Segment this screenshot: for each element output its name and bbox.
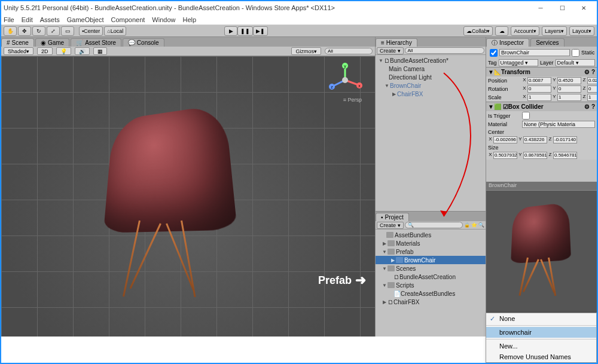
menu-gameobject[interactable]: GameObject xyxy=(67,16,104,23)
collab-dropdown[interactable]: ☁ Collab ▾ xyxy=(463,26,493,36)
pause-button[interactable]: ❚❚ xyxy=(237,26,253,36)
tag-dropdown[interactable]: Untagged ▾ xyxy=(499,59,538,66)
proj-scripts[interactable]: ▼Scripts xyxy=(376,281,486,289)
position-label: Position xyxy=(488,78,520,84)
hierarchy-maincamera[interactable]: Main Camera xyxy=(376,65,486,73)
tab-project[interactable]: ▪ Project xyxy=(376,213,409,221)
shading-mode[interactable]: Shaded ▾ xyxy=(4,47,33,55)
preview-chair xyxy=(510,203,570,262)
istrigger-check[interactable] xyxy=(522,112,530,120)
static-checkbox[interactable] xyxy=(572,49,579,57)
proj-brownchair-prefab[interactable]: ▶BrownChair xyxy=(376,256,486,264)
menu-assets[interactable]: Assets xyxy=(40,16,60,23)
menu-remove-unused[interactable]: Remove Unused Names xyxy=(486,351,596,362)
menu-component[interactable]: Component xyxy=(111,16,145,23)
scene-tabstrip: # Scene ◉ Game 🛒 Asset Store 💬 Console xyxy=(1,37,375,47)
transform-header[interactable]: ▼📐 Transform⚙ ? xyxy=(486,68,597,77)
cloud-button[interactable]: ☁ xyxy=(495,26,508,36)
maximize-button[interactable]: ☐ xyxy=(551,1,573,14)
preview-title: BrownChair xyxy=(486,182,597,190)
physmat-field[interactable]: None (Physic Materia xyxy=(522,121,595,128)
scene-search[interactable]: All xyxy=(325,48,373,54)
tool-move[interactable]: ✥ xyxy=(18,26,31,36)
proj-chairfbx[interactable]: ▶🗋 ChairFBX xyxy=(376,298,486,306)
account-dropdown[interactable]: Account ▾ xyxy=(511,26,539,36)
light-toggle[interactable]: 💡 xyxy=(56,47,71,55)
orientation-gizmo[interactable]: y x z xyxy=(327,62,363,98)
hierarchy-scene-row[interactable]: ▼🗋 BundleAssetCreation* xyxy=(376,56,486,65)
tool-hand[interactable]: ✋ xyxy=(4,26,17,36)
proj-materials[interactable]: ▶Materials xyxy=(376,239,486,247)
menu-brownchair[interactable]: brownchair xyxy=(486,327,596,338)
ctr-y[interactable]: 0.438226 xyxy=(523,136,547,143)
tool-rotate[interactable]: ↻ xyxy=(32,26,45,36)
tab-scene[interactable]: # Scene xyxy=(1,38,34,47)
close-button[interactable]: ✕ xyxy=(573,1,594,14)
gameobject-active[interactable] xyxy=(490,49,498,57)
ctr-z[interactable]: -0.017140 xyxy=(553,136,577,143)
rot-y[interactable]: 0 xyxy=(557,85,581,93)
tool-scale[interactable]: ⤢ xyxy=(47,26,60,36)
tool-rect[interactable]: ▭ xyxy=(61,26,74,36)
proj-assetbundles[interactable]: AssetBundles xyxy=(376,231,486,239)
2d-toggle[interactable]: 2D xyxy=(37,47,53,55)
menu-edit[interactable]: Edit xyxy=(22,16,33,23)
tab-game[interactable]: ◉ Game xyxy=(35,38,69,47)
hierarchy-chairfbx[interactable]: ▶ChairFBX xyxy=(376,90,486,98)
hierarchy-tree[interactable]: ▼🗋 BundleAssetCreation* Main Camera Dire… xyxy=(376,55,486,211)
fx-toggle[interactable]: ▦ xyxy=(93,47,107,55)
siz-z[interactable]: 0.5846781 xyxy=(553,152,577,159)
annotation-prefab: Prefab➜ xyxy=(318,273,366,288)
svg-text:x: x xyxy=(358,84,361,88)
menu-help[interactable]: Help xyxy=(182,16,196,23)
menu-none[interactable]: None xyxy=(486,313,596,324)
chair-mesh xyxy=(103,104,228,230)
layout-dropdown[interactable]: Layout ▾ xyxy=(569,26,594,36)
scl-y[interactable]: 1 xyxy=(557,94,581,101)
project-create[interactable]: Create ▾ xyxy=(377,222,404,229)
tab-hierarchy[interactable]: ≡ Hierarchy xyxy=(376,38,417,47)
hierarchy-search[interactable]: All xyxy=(405,47,484,54)
menu-new[interactable]: New... xyxy=(486,341,596,351)
project-search[interactable]: 🔍 xyxy=(405,222,463,228)
proj-scenes[interactable]: ▼Scenes xyxy=(376,264,486,273)
audio-toggle[interactable]: 🔊 xyxy=(75,47,90,55)
pivot-local[interactable]: ⌂ Local xyxy=(104,26,126,36)
assetbundle-menu: None brownchair New... Remove Unused Nam… xyxy=(486,313,597,363)
tab-inspector[interactable]: ⓘ Inspector xyxy=(486,38,529,47)
layers-dropdown[interactable]: Layers ▾ xyxy=(542,26,567,36)
pos-x[interactable]: 0.0087 xyxy=(527,77,551,84)
layer-dropdown[interactable]: Default ▾ xyxy=(556,59,595,66)
tab-assetstore[interactable]: 🛒 Asset Store xyxy=(71,38,121,47)
proj-bac-scene[interactable]: 🗋 BundleAssetCreation xyxy=(376,273,486,281)
pos-y[interactable]: 0.4520 xyxy=(557,77,581,84)
boxcollider-header[interactable]: ▼🟩 ☑ Box Collider⚙ ? xyxy=(486,102,597,111)
scl-z[interactable]: 1 xyxy=(587,94,597,101)
gizmos-dropdown[interactable]: Gizmos ▾ xyxy=(291,47,321,55)
scene-viewport[interactable]: y x z ≡ Persp Prefab➜ xyxy=(1,56,375,337)
siz-x[interactable]: 0.5037932 xyxy=(493,152,517,159)
rot-z[interactable]: 0 xyxy=(587,85,597,93)
ctr-x[interactable]: -0.002696 xyxy=(493,136,517,143)
rot-x[interactable]: 0 xyxy=(527,85,551,93)
tab-services[interactable]: Services xyxy=(530,38,564,47)
tab-console[interactable]: 💬 Console xyxy=(123,38,164,47)
menu-file[interactable]: File xyxy=(4,16,14,23)
menu-window[interactable]: Window xyxy=(152,16,175,23)
proj-prefab-folder[interactable]: ▼Prefab xyxy=(376,247,486,256)
hierarchy-brownchair[interactable]: ▼BrownChair xyxy=(376,81,486,90)
svg-text:z: z xyxy=(331,85,333,89)
pos-z[interactable]: 0.0298 xyxy=(587,77,597,84)
hierarchy-create[interactable]: Create ▾ xyxy=(377,47,404,54)
gameobject-name[interactable] xyxy=(499,49,570,56)
project-tree[interactable]: AssetBundles ▶Materials ▼Prefab ▶BrownCh… xyxy=(376,230,486,337)
menu-bar: File Edit Assets GameObject Component Wi… xyxy=(1,14,597,25)
siz-y[interactable]: 0.8678581 xyxy=(523,152,547,159)
step-button[interactable]: ▶❚ xyxy=(253,26,268,36)
hierarchy-dirlight[interactable]: Directional Light xyxy=(376,73,486,81)
pivot-center[interactable]: ▪ Center xyxy=(79,26,103,36)
scl-x[interactable]: 1 xyxy=(527,94,551,101)
minimize-button[interactable]: ─ xyxy=(530,1,551,14)
proj-createassetbundles[interactable]: 📄 CreateAssetBundles xyxy=(376,289,486,298)
play-button[interactable]: ▶ xyxy=(224,26,237,36)
